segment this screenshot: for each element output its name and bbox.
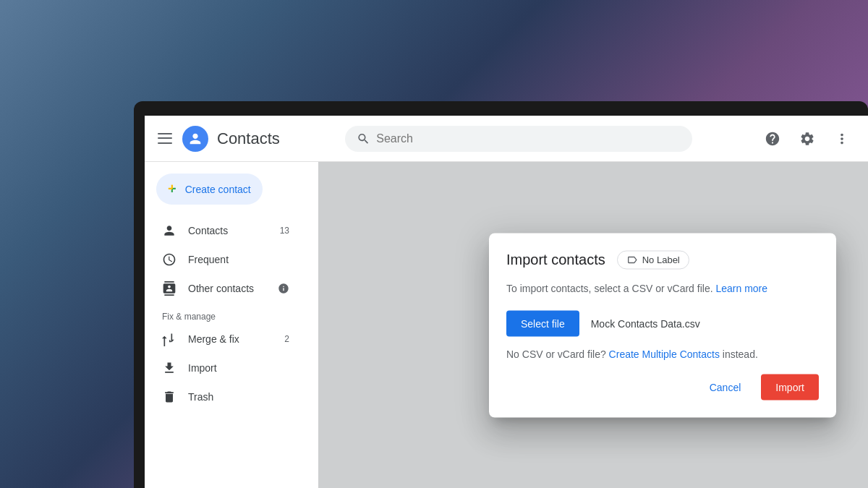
sidebar-item-import[interactable]: Import <box>145 354 307 382</box>
dialog-actions: Cancel Import <box>506 374 819 400</box>
help-icon <box>765 131 780 147</box>
label-outline-icon <box>626 254 638 265</box>
create-contact-label: Create contact <box>185 184 251 195</box>
file-select-row: Select file Mock Contacts Data.csv <box>506 310 819 336</box>
contacts-label: Contacts <box>188 225 228 236</box>
learn-more-link[interactable]: Learn more <box>715 282 767 294</box>
more-vert-icon <box>834 131 850 147</box>
description-text: To import contacts, select a CSV or vCar… <box>506 282 713 294</box>
trash-icon <box>162 390 176 404</box>
frequent-label: Frequent <box>188 254 229 265</box>
no-csv-text: No CSV or vCard file? Create Multiple Co… <box>506 348 819 359</box>
page-content: Import contacts No Label To import conta… <box>318 162 868 488</box>
more-options-button[interactable] <box>827 124 856 153</box>
create-contact-button[interactable]: + Create contact <box>156 174 263 205</box>
settings-icon <box>799 131 815 147</box>
app-title: Contacts <box>217 129 280 148</box>
plus-icon: + <box>168 181 176 197</box>
sidebar-item-contacts[interactable]: Contacts 13 <box>145 216 307 245</box>
trash-label: Trash <box>188 391 213 403</box>
contacts-logo-icon <box>187 131 203 147</box>
sidebar-item-merge-fix[interactable]: Merge & fix 2 <box>145 325 307 354</box>
contacts-book-icon <box>162 281 176 296</box>
dialog-title: Import contacts <box>506 252 605 268</box>
sidebar-item-trash[interactable]: Trash <box>145 382 307 411</box>
info-icon <box>278 283 289 294</box>
selected-file-name: Mock Contacts Data.csv <box>591 317 700 329</box>
help-button[interactable] <box>758 124 787 153</box>
search-icon <box>357 132 370 146</box>
hamburger-menu-icon[interactable] <box>156 130 174 147</box>
cancel-button[interactable]: Cancel <box>695 374 756 400</box>
no-label-badge[interactable]: No Label <box>617 250 689 269</box>
app-logo <box>182 126 208 152</box>
contacts-count: 13 <box>280 226 289 236</box>
sidebar-item-frequent[interactable]: Frequent <box>145 245 307 274</box>
app-window: Contacts <box>145 116 868 488</box>
merge-icon <box>162 332 176 346</box>
merge-fix-count: 2 <box>284 334 289 344</box>
fix-manage-section-title: Fix & manage <box>145 303 318 325</box>
sidebar: + Create contact Contacts 13 Frequent <box>145 162 318 488</box>
other-contacts-label: Other contacts <box>188 283 254 294</box>
merge-fix-label: Merge & fix <box>188 333 239 345</box>
create-multiple-contacts-link[interactable]: Create Multiple Contacts <box>609 348 720 359</box>
clock-icon <box>162 252 176 267</box>
import-icon <box>162 361 176 375</box>
person-icon <box>162 223 176 238</box>
import-contacts-dialog: Import contacts No Label To import conta… <box>489 233 836 417</box>
search-input[interactable] <box>376 132 681 145</box>
select-file-button[interactable]: Select file <box>506 310 579 336</box>
sidebar-item-other-contacts[interactable]: Other contacts <box>145 274 307 303</box>
search-bar <box>345 126 692 152</box>
instead-text: instead. <box>723 348 758 359</box>
dialog-description: To import contacts, select a CSV or vCar… <box>506 281 819 296</box>
no-csv-label: No CSV or vCard file? <box>506 348 606 359</box>
main-content: + Create contact Contacts 13 Frequent <box>145 162 868 488</box>
import-button[interactable]: Import <box>761 374 819 400</box>
top-bar-icons <box>758 124 856 153</box>
dialog-header: Import contacts No Label <box>506 250 819 269</box>
settings-button[interactable] <box>793 124 822 153</box>
top-bar: Contacts <box>145 116 868 162</box>
import-label: Import <box>188 362 217 374</box>
no-label-text: No Label <box>642 254 680 265</box>
